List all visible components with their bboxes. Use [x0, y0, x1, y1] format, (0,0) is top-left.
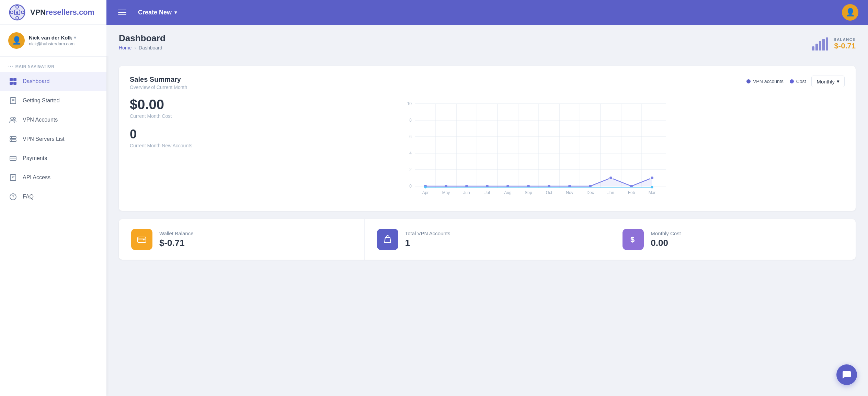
- sales-body: $0.00 Current Month Cost 0 Current Month…: [130, 97, 845, 201]
- sales-card: Sales Summary Overview of Current Month …: [119, 66, 856, 211]
- sidebar-item-dashboard[interactable]: Dashboard: [0, 72, 106, 91]
- svg-text:Mar: Mar: [649, 190, 656, 195]
- api-access-icon: [8, 173, 18, 182]
- sales-stats: $0.00 Current Month Cost 0 Current Month…: [130, 97, 205, 201]
- chevron-down-icon: ▾: [837, 78, 840, 84]
- svg-point-78: [651, 186, 653, 189]
- svg-rect-11: [10, 82, 13, 85]
- svg-text:6: 6: [409, 134, 412, 139]
- balance-bars: [812, 37, 828, 50]
- page-title: Dashboard: [119, 33, 165, 44]
- legend-cost: Cost: [790, 79, 806, 84]
- dashboard-icon: [8, 77, 18, 86]
- monthly-filter-button[interactable]: Monthly ▾: [811, 76, 845, 87]
- sidebar-item-faq[interactable]: ? FAQ: [0, 187, 106, 206]
- legend-vpn-dot: [746, 79, 751, 83]
- svg-text:Jan: Jan: [607, 190, 614, 195]
- bar-3: [819, 41, 821, 50]
- legend-cost-dot: [790, 79, 794, 83]
- stat-card-monthly-cost: $ Monthly Cost 0.00: [610, 219, 856, 260]
- svg-point-17: [11, 117, 13, 120]
- create-new-button[interactable]: Create New ▾: [138, 9, 177, 16]
- bar-5: [826, 37, 828, 50]
- hamburger-line: [118, 14, 126, 15]
- sidebar-item-getting-started[interactable]: Getting Started: [0, 91, 106, 110]
- svg-rect-20: [10, 140, 16, 142]
- hamburger-line: [118, 12, 126, 13]
- monthly-cost-info: Monthly Cost 0.00: [651, 230, 681, 248]
- chat-button[interactable]: [836, 364, 857, 385]
- legend-vpn: VPN accounts: [746, 79, 784, 84]
- chevron-down-icon: ▾: [174, 10, 177, 15]
- svg-point-18: [13, 117, 15, 120]
- avatar: 👤: [8, 32, 25, 49]
- nav-dots-icon: ···: [8, 64, 13, 69]
- svg-rect-4: [16, 12, 18, 14]
- vpn-bag-icon: [377, 229, 398, 250]
- logo-text: VPNresellers.com: [30, 8, 94, 17]
- svg-rect-19: [10, 137, 16, 138]
- svg-rect-10: [13, 78, 16, 81]
- sales-chart: 0 2 4 6 8 10: [219, 97, 845, 200]
- svg-text:$: $: [630, 235, 635, 244]
- sidebar: VPNresellers.com 👤 Nick van der Kolk ▾ n…: [0, 0, 106, 396]
- page-header: Dashboard Home › Dashboard BALANCE $-0.7…: [106, 25, 868, 56]
- breadcrumb-current: Dashboard: [139, 45, 162, 50]
- wallet-label: Wallet Balance: [159, 230, 194, 236]
- svg-rect-81: [138, 238, 146, 240]
- svg-text:Sep: Sep: [525, 190, 532, 195]
- current-cost-value: $0.00: [130, 97, 205, 112]
- nav-label: ··· MAIN NAVIGATION: [0, 57, 106, 72]
- svg-text:Aug: Aug: [504, 190, 511, 195]
- sidebar-item-label: VPN Accounts: [23, 117, 58, 123]
- sidebar-item-label: VPN Servers List: [23, 136, 65, 142]
- wallet-value: $-0.71: [159, 238, 194, 248]
- chat-icon: [842, 370, 852, 380]
- svg-text:?: ?: [12, 195, 14, 200]
- svg-point-82: [143, 239, 145, 240]
- hamburger-button[interactable]: [116, 8, 128, 17]
- svg-rect-9: [10, 78, 13, 81]
- sidebar-item-label: Getting Started: [23, 98, 60, 104]
- sidebar-item-payments[interactable]: Payments: [0, 149, 106, 168]
- sidebar-item-vpn-accounts[interactable]: VPN Accounts: [0, 110, 106, 129]
- breadcrumb-home[interactable]: Home: [119, 45, 132, 50]
- breadcrumb-separator: ›: [134, 45, 136, 50]
- svg-text:May: May: [442, 190, 450, 195]
- bar-1: [812, 46, 814, 50]
- sales-header: Sales Summary Overview of Current Month …: [130, 76, 845, 90]
- main-content: Create New ▾ 👤 Dashboard Home › Dashboar…: [106, 0, 868, 396]
- svg-text:Jul: Jul: [484, 190, 490, 195]
- sidebar-item-api-access[interactable]: API Access: [0, 168, 106, 187]
- sidebar-nav: Dashboard Getting Started VPN Accounts V…: [0, 72, 106, 396]
- breadcrumb: Home › Dashboard: [119, 45, 165, 50]
- svg-text:Nov: Nov: [566, 190, 573, 195]
- dollar-icon: $: [623, 229, 644, 250]
- hamburger-line: [118, 10, 126, 10]
- svg-text:0: 0: [409, 184, 412, 189]
- sidebar-item-label: API Access: [23, 174, 50, 181]
- user-name: Nick van der Kolk ▾: [29, 35, 98, 41]
- sales-subtitle: Overview of Current Month: [130, 84, 187, 90]
- monthly-cost-value: 0.00: [651, 238, 681, 248]
- svg-rect-12: [13, 82, 16, 85]
- wallet-info: Wallet Balance $-0.71: [159, 230, 194, 248]
- payments-icon: [8, 154, 18, 163]
- vpn-servers-icon: [8, 134, 18, 144]
- svg-text:Jun: Jun: [463, 190, 470, 195]
- sidebar-user[interactable]: 👤 Nick van der Kolk ▾ nick@hubsterdam.co…: [0, 25, 106, 57]
- sidebar-item-vpn-servers[interactable]: VPN Servers List: [0, 129, 106, 149]
- topbar: Create New ▾ 👤: [106, 0, 868, 25]
- svg-point-22: [11, 140, 12, 141]
- vpn-accounts-icon: [8, 115, 18, 125]
- sidebar-item-label: FAQ: [23, 194, 34, 200]
- svg-text:Apr: Apr: [422, 190, 429, 195]
- user-email: nick@hubsterdam.com: [29, 41, 98, 46]
- vpn-accounts-value: 1: [405, 238, 450, 248]
- faq-icon: ?: [8, 192, 18, 202]
- svg-text:4: 4: [409, 151, 412, 156]
- balance-widget: BALANCE $-0.71: [812, 37, 856, 50]
- bar-2: [815, 44, 818, 50]
- user-info: Nick van der Kolk ▾ nick@hubsterdam.com: [29, 35, 98, 46]
- topbar-avatar[interactable]: 👤: [842, 4, 858, 21]
